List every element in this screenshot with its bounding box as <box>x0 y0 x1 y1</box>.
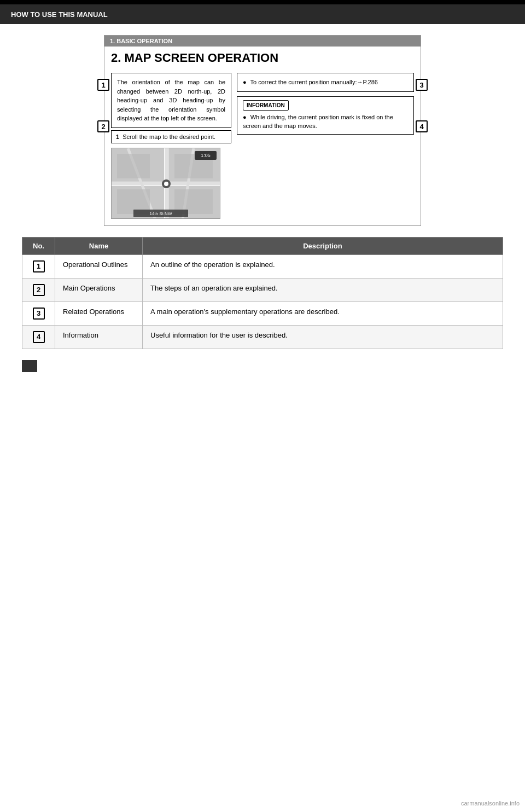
table-row: 4InformationUseful information for the u… <box>22 325 503 349</box>
diagram-left: The orientation of the map can be change… <box>111 73 231 219</box>
diagram-title: 2. MAP SCREEN OPERATION <box>104 47 421 68</box>
table-cell-no: 3 <box>22 301 55 325</box>
map-inner: 1:05 14th St NW <box>112 148 220 218</box>
callout-4-label: 4 <box>416 120 428 132</box>
table-cell-name: Related Operations <box>55 301 143 325</box>
table-header-description: Description <box>143 237 503 254</box>
table-cell-no: 1 <box>22 254 55 278</box>
callout-right-top-text: To correct the current position manually… <box>250 79 378 85</box>
top-bar <box>0 0 525 4</box>
table-cell-no: 2 <box>22 278 55 301</box>
step-box: 1 Scroll the map to the desired point. <box>111 130 231 143</box>
bottom-section-indicator <box>22 360 37 372</box>
callout-left-text: The orientation of the map can be change… <box>117 79 225 121</box>
svg-text:1:05: 1:05 <box>201 153 211 158</box>
step-num: 1 <box>116 134 119 140</box>
callout-2-label: 2 <box>97 120 109 132</box>
page-container: HOW TO USE THIS MANUAL 1 2 1. BASIC OPER… <box>0 0 525 812</box>
callout-right-top: ● To correct the current position manual… <box>237 73 414 92</box>
table-cell-description: The steps of an operation are explained. <box>143 278 503 301</box>
watermark: carmanualsonline.info <box>461 800 520 807</box>
table-cell-name: Operational Outlines <box>55 254 143 278</box>
svg-point-12 <box>164 182 168 186</box>
info-label: INFORMATION <box>243 100 289 111</box>
table-cell-name: Main Operations <box>55 278 143 301</box>
step-text: Scroll the map to the desired point. <box>122 134 215 140</box>
table-cell-description: An outline of the operation is explained… <box>143 254 503 278</box>
table-row: 3Related OperationsA main operation's su… <box>22 301 503 325</box>
callout-left-box: The orientation of the map can be change… <box>111 73 231 128</box>
table-header-no: No. <box>22 237 55 254</box>
table-cell-no: 4 <box>22 325 55 349</box>
table-header-name: Name <box>55 237 143 254</box>
table-cell-description: A main operation's supplementary operati… <box>143 301 503 325</box>
header-label: HOW TO USE THIS MANUAL <box>11 10 108 19</box>
diagram-right: ● To correct the current position manual… <box>237 73 414 219</box>
diagram-inner: The orientation of the map can be change… <box>104 68 421 225</box>
callout-3-label: 3 <box>416 79 428 91</box>
diagram-wrapper: 1 2 1. BASIC OPERATION 2. MAP SCREEN OPE… <box>22 35 503 226</box>
callout-right-bottom: INFORMATION ● While driving, the current… <box>237 96 414 135</box>
main-content: 1 2 1. BASIC OPERATION 2. MAP SCREEN OPE… <box>0 24 525 386</box>
data-table: No. Name Description 1Operational Outlin… <box>22 237 503 349</box>
table-row: 2Main OperationsThe steps of an operatio… <box>22 278 503 301</box>
diagram-box: 1. BASIC OPERATION 2. MAP SCREEN OPERATI… <box>104 35 421 226</box>
table-cell-name: Information <box>55 325 143 349</box>
page-header: HOW TO USE THIS MANUAL <box>0 4 525 24</box>
svg-rect-7 <box>117 154 150 178</box>
svg-text:14th St NW: 14th St NW <box>150 211 172 216</box>
table-cell-description: Useful information for the user is descr… <box>143 325 503 349</box>
map-placeholder: 1:05 14th St NW <box>111 148 220 219</box>
table-row: 1Operational OutlinesAn outline of the o… <box>22 254 503 278</box>
callout-right-bottom-text: While driving, the current position mark… <box>243 114 393 130</box>
diagram-breadcrumb: 1. BASIC OPERATION <box>104 36 421 47</box>
callout-1-label: 1 <box>97 79 109 91</box>
